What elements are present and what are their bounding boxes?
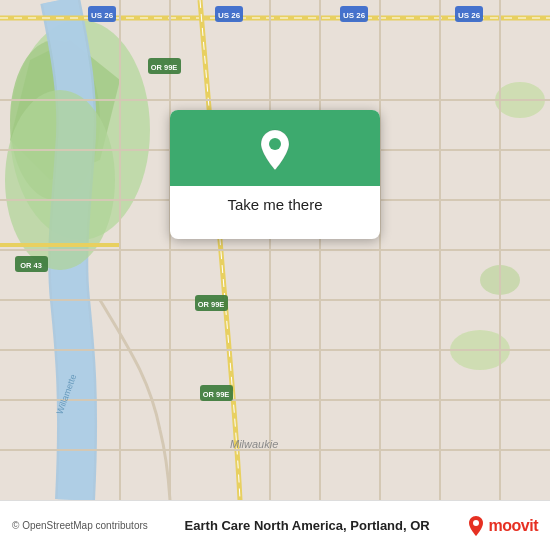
svg-point-44 [269, 138, 281, 150]
svg-text:US 26: US 26 [218, 11, 241, 20]
map-svg: US 26 US 26 US 26 US 26 OR 99E OR 99E OR… [0, 0, 550, 500]
moovit-logo: moovit [467, 515, 538, 537]
map-container[interactable]: US 26 US 26 US 26 US 26 OR 99E OR 99E OR… [0, 0, 550, 500]
moovit-text: moovit [489, 517, 538, 535]
copyright-text: © OpenStreetMap contributors [12, 520, 148, 531]
location-name: Earth Care North America, Portland, OR [185, 518, 430, 533]
svg-text:OR 99E: OR 99E [198, 300, 225, 309]
svg-text:OR 99E: OR 99E [151, 63, 178, 72]
svg-text:US 26: US 26 [91, 11, 114, 20]
bottom-left: © OpenStreetMap contributors [12, 520, 148, 531]
svg-text:US 26: US 26 [343, 11, 366, 20]
svg-point-45 [473, 520, 479, 526]
popup-caret [263, 225, 287, 239]
popup-green-area [170, 110, 380, 186]
svg-text:OR 43: OR 43 [20, 261, 42, 270]
svg-text:US 26: US 26 [458, 11, 481, 20]
svg-text:Milwaukie: Milwaukie [230, 438, 278, 450]
take-me-there-button[interactable]: Take me there [170, 186, 380, 225]
location-pin-icon [257, 128, 293, 172]
location-popup: Take me there [170, 110, 380, 239]
moovit-pin-icon [467, 515, 485, 537]
svg-text:OR 99E: OR 99E [203, 390, 230, 399]
bottom-bar: © OpenStreetMap contributors Earth Care … [0, 500, 550, 550]
